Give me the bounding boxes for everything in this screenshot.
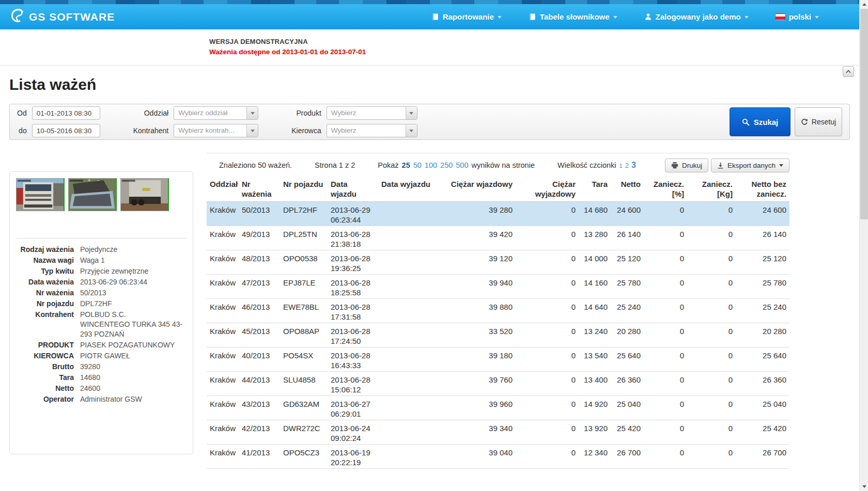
table-header-row: Oddział Nr ważenia Nr pojazdu Data wjazd… xyxy=(207,177,789,202)
column-header[interactable]: Ciężar wjazdowy xyxy=(439,177,516,202)
logo-link[interactable]: GS SOFTWARE xyxy=(9,7,115,27)
table-row[interactable]: Kraków 42/2013 DWR272C 2013-06-24 09:02:… xyxy=(207,420,789,445)
cell-ciezar-wyjazdowy: 0 xyxy=(516,250,579,275)
scroll-to-top-button[interactable] xyxy=(843,66,854,77)
cell-zaniecz-kg: 0 xyxy=(687,420,736,445)
page-size-link[interactable]: 50 xyxy=(413,161,422,169)
column-header[interactable]: Zaniecz. [Kg] xyxy=(687,177,736,202)
font-size-link[interactable]: 1 xyxy=(619,163,623,169)
column-header[interactable]: Ciężar wyjazdowy xyxy=(516,177,579,202)
contractor-select[interactable]: Wybierz kontrah... xyxy=(174,124,258,137)
export-button[interactable]: Eksport danych xyxy=(711,159,789,172)
chevron-down-icon xyxy=(779,164,783,167)
cell-nr-wazenia: 49/2013 xyxy=(239,226,280,250)
entry-date: 2013-06-28 xyxy=(331,375,375,385)
cell-nr-pojazdu: GD632AM xyxy=(280,396,328,420)
table-row[interactable]: Kraków 44/2013 SLU4858 2013-06-28 15:06:… xyxy=(207,372,789,396)
filter-panel: Od do Oddział Wybierz oddział Kontrahent… xyxy=(9,104,850,140)
driver-select-caret-button[interactable] xyxy=(406,124,417,137)
cell-ciezar-wjazdowy: 39 760 xyxy=(439,372,516,396)
search-button[interactable]: Szukaj xyxy=(730,107,791,136)
cell-ciezar-wjazdowy: 39 180 xyxy=(439,347,516,372)
cell-nr-wazenia: 48/2013 xyxy=(239,250,280,275)
entry-date: 2013-06-28 xyxy=(331,326,375,336)
product-select-caret-button[interactable] xyxy=(406,107,417,119)
scrollbar-thumb[interactable] xyxy=(860,9,868,219)
reset-button[interactable]: Resetuj xyxy=(795,107,842,136)
entry-date: 2013-06-27 xyxy=(331,399,375,409)
column-header[interactable]: Data wjazdu xyxy=(328,177,378,202)
cell-oddzial: Kraków xyxy=(207,396,239,420)
cell-oddzial: Kraków xyxy=(207,299,239,323)
column-header[interactable]: Data wyjazdu xyxy=(378,177,439,202)
cell-zaniecz-kg: 0 xyxy=(687,275,736,299)
print-button[interactable]: Drukuj xyxy=(665,159,708,172)
table-row[interactable]: Kraków 48/2013 OPO0538 2013-06-28 19:36:… xyxy=(207,250,789,275)
page-size-link[interactable]: 250 xyxy=(440,161,453,169)
column-header[interactable]: Zaniecz. [%] xyxy=(644,177,687,202)
table-row[interactable]: Kraków 50/2013 DPL72HF 2013-06-29 06:23:… xyxy=(207,202,789,226)
search-button-label: Szukaj xyxy=(754,118,779,126)
column-header[interactable]: Nr ważenia xyxy=(239,177,280,202)
product-select[interactable]: Wybierz xyxy=(327,106,417,120)
truck-rear-photo[interactable] xyxy=(120,178,169,211)
scrollbar-down-button[interactable] xyxy=(860,482,868,491)
cell-tara: 14 000 xyxy=(579,250,611,275)
table-row[interactable]: Kraków 40/2013 PO54SX 2013-06-28 16:43:3… xyxy=(207,347,789,372)
nav-item-language[interactable]: polski xyxy=(776,12,819,21)
cell-ciezar-wjazdowy: 39 120 xyxy=(439,250,516,275)
gs-logo-icon xyxy=(9,7,26,27)
column-header[interactable]: Nr pojazdu xyxy=(280,177,328,202)
driver-select[interactable]: Wybierz xyxy=(327,124,417,137)
table-row[interactable]: Kraków 47/2013 EPJ87LE 2013-06-28 18:25:… xyxy=(207,275,789,299)
date-from-input[interactable] xyxy=(32,106,100,120)
table-row[interactable]: Kraków 45/2013 OPO88AP 2013-06-28 17:24:… xyxy=(207,323,789,347)
nav-item-tabele-slownikowe[interactable]: Tabele słownikowe xyxy=(529,12,617,21)
cell-netto: 25 120 xyxy=(611,250,644,275)
font-size-link[interactable]: 2 xyxy=(625,162,629,169)
detail-field-label: Data ważenia xyxy=(16,277,74,287)
cell-ciezar-wyjazdowy: 0 xyxy=(516,372,579,396)
truck-front-photo[interactable] xyxy=(16,178,65,211)
column-header[interactable]: Netto xyxy=(611,177,644,202)
product-label: Produkt xyxy=(291,109,321,117)
date-to-input[interactable] xyxy=(32,124,100,137)
column-header[interactable]: Netto bez zaniecz. xyxy=(736,177,789,202)
page-size-link[interactable]: 500 xyxy=(456,161,468,169)
table-row[interactable]: Kraków 46/2013 EWE78BL 2013-06-28 17:31:… xyxy=(207,299,789,323)
scrollbar-up-button[interactable] xyxy=(860,0,868,9)
page-size-link[interactable]: 25 xyxy=(402,161,410,169)
cell-nr-pojazdu: OPO0538 xyxy=(280,250,328,275)
cell-netto-bez-zaniecz: 26 700 xyxy=(736,445,789,469)
table-row[interactable]: Kraków 43/2013 GD632AM 2013-06-27 06:29:… xyxy=(207,396,789,420)
table-row[interactable]: Kraków 41/2013 OPO5CZ3 2013-06-19 20:22:… xyxy=(207,445,789,469)
vertical-scrollbar[interactable] xyxy=(859,0,868,491)
detail-field-row: Typ kwitu Przyjęcie zewnętrzne xyxy=(16,266,187,276)
column-header[interactable]: Oddział xyxy=(207,177,239,202)
cell-nr-wazenia: 43/2013 xyxy=(239,396,280,420)
page-size-link[interactable]: 100 xyxy=(425,161,437,169)
weighing-detail-card: Rodzaj ważenia Pojedyncze Nazwa wagi Wag… xyxy=(9,171,193,454)
font-size-link[interactable]: 3 xyxy=(631,161,636,170)
navbar: GS SOFTWARE Raportowanie Tabele słowniko… xyxy=(0,4,859,29)
cell-ciezar-wjazdowy: 39 960 xyxy=(439,396,516,420)
cell-ciezar-wyjazdowy: 0 xyxy=(516,396,579,420)
nav-item-raportowanie[interactable]: Raportowanie xyxy=(431,12,502,21)
cell-nr-wazenia: 44/2013 xyxy=(239,372,280,396)
cell-zaniecz-proc: 0 xyxy=(644,396,687,420)
table-row[interactable]: Kraków 49/2013 DPL25TN 2013-06-28 21:38:… xyxy=(207,226,789,250)
detail-field-value: Pojedyncze xyxy=(80,245,187,255)
cell-data-wjazdu: 2013-06-19 20:22:19 xyxy=(328,445,378,469)
cell-zaniecz-proc: 0 xyxy=(644,226,687,250)
truck-load-photo[interactable] xyxy=(68,178,117,211)
cell-oddzial: Kraków xyxy=(207,445,239,469)
branch-select[interactable]: Wybierz oddział xyxy=(174,106,258,120)
detail-field-row: Kontrahent POLBUD S.C. WINCENTEGO TURKA … xyxy=(16,310,187,339)
entry-date: 2013-06-28 xyxy=(331,229,375,239)
column-header[interactable]: Tara xyxy=(579,177,611,202)
nav-item-user-menu[interactable]: Zalogowany jako demo xyxy=(644,12,749,21)
from-label: Od xyxy=(17,109,27,117)
contractor-select-caret-button[interactable] xyxy=(246,124,258,137)
branch-select-caret-button[interactable] xyxy=(246,107,258,119)
detail-field-value: Administrator GSW xyxy=(80,394,187,404)
